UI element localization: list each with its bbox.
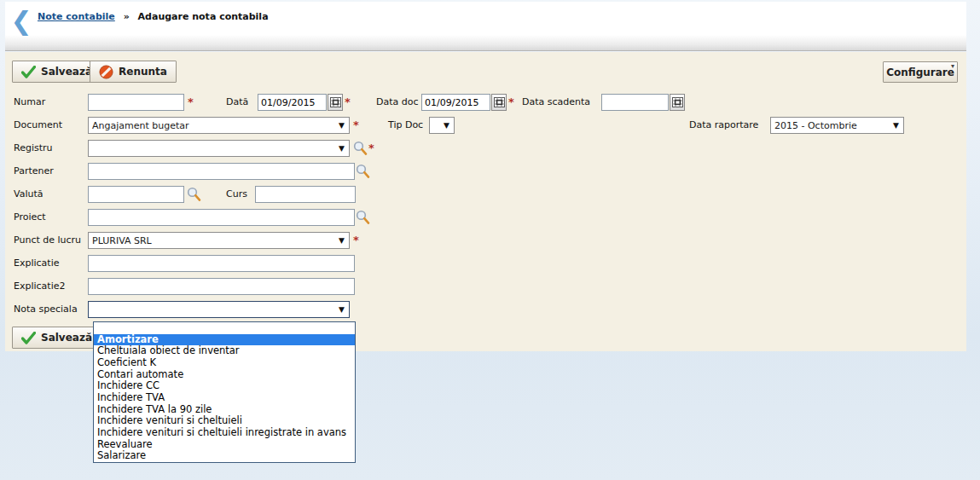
document-label: Document xyxy=(14,117,62,134)
page: ❮ Note contabile » Adaugare nota contabi… xyxy=(0,0,980,480)
page-title: Adaugare nota contabila xyxy=(138,11,269,22)
dropdown-option[interactable]: Inchidere venituri si cheltuieli inregis… xyxy=(94,427,355,439)
save-button-label: Salvează xyxy=(41,66,92,78)
explicatie-label: Explicatie xyxy=(14,255,59,272)
save-button[interactable]: Salvează xyxy=(12,61,101,83)
dropdown-option[interactable]: Salarizare xyxy=(94,450,355,462)
dropdown-option[interactable]: Cheltuiala obiect de inventar xyxy=(94,345,355,357)
chevron-down-icon: ▼ xyxy=(439,121,454,130)
nota-speciala-dropdown-list: AmortizareCheltuiala obiect de inventarC… xyxy=(93,321,356,463)
valuta-input[interactable] xyxy=(88,186,184,203)
cancel-button[interactable]: Renunta xyxy=(90,61,177,83)
document-select[interactable]: Angajament bugetar ▼ xyxy=(88,117,350,134)
save-button-bottom-label: Salvează xyxy=(41,332,92,344)
dropdown-option[interactable]: Contari automate xyxy=(94,369,355,381)
explicatie2-label: Explicatie2 xyxy=(14,278,65,295)
header: ❮ Note contabile » Adaugare nota contabi… xyxy=(5,2,966,51)
check-icon xyxy=(21,66,36,78)
partener-search-icon[interactable] xyxy=(356,164,370,179)
document-required: * xyxy=(353,118,359,133)
data-doc-calendar-button[interactable] xyxy=(491,94,507,111)
calendar-icon xyxy=(672,97,683,107)
data-raportare-label: Data raportare xyxy=(689,117,758,134)
dropdown-option[interactable]: Coeficient K xyxy=(94,357,355,369)
data-required: * xyxy=(345,95,351,110)
check-icon xyxy=(21,332,36,344)
valuta-search-icon[interactable] xyxy=(187,187,201,202)
configure-button-label: Configurare xyxy=(886,67,954,78)
chevron-down-icon: ▼ xyxy=(334,144,349,153)
curs-label: Curs xyxy=(226,186,247,203)
chevron-down-icon: ▼ xyxy=(334,305,349,314)
punct-de-lucru-select[interactable]: PLURIVA SRL ▼ xyxy=(88,232,350,249)
back-arrow-icon[interactable]: ❮ xyxy=(10,7,32,36)
calendar-icon xyxy=(330,97,341,107)
calendar-icon xyxy=(494,97,505,107)
data-label: Dată xyxy=(226,94,248,111)
data-input[interactable] xyxy=(258,94,327,111)
chevron-down-icon: ▼ xyxy=(334,121,349,130)
cancel-button-label: Renunta xyxy=(119,66,167,78)
breadcrumb-separator: » xyxy=(124,11,130,22)
data-calendar-button[interactable] xyxy=(328,94,343,111)
breadcrumb: Note contabile » Adaugare nota contabila xyxy=(38,11,269,22)
breadcrumb-link-note-contabile[interactable]: Note contabile xyxy=(38,11,115,22)
curs-input[interactable] xyxy=(255,186,356,203)
proiect-input[interactable] xyxy=(88,209,355,226)
data-scadenta-label: Data scadenta xyxy=(522,94,590,111)
data-doc-input[interactable] xyxy=(421,94,490,111)
document-select-value: Angajament bugetar xyxy=(89,120,334,131)
data-raportare-select-value: 2015 - Octombrie xyxy=(771,120,889,131)
dropdown-option[interactable]: Inchidere TVA xyxy=(94,392,355,404)
data-raportare-select[interactable]: 2015 - Octombrie ▼ xyxy=(770,117,904,134)
numar-required: * xyxy=(188,95,194,110)
registru-search-icon[interactable] xyxy=(353,141,368,156)
nota-speciala-select[interactable]: ▼ xyxy=(88,301,350,318)
chevron-down-icon: ▼ xyxy=(334,236,349,245)
data-scadenta-input[interactable] xyxy=(601,94,669,111)
dropdown-option[interactable]: Amortizare xyxy=(94,334,355,346)
chevron-down-icon: ▼ xyxy=(889,121,903,130)
nota-speciala-label: Nota speciala xyxy=(14,301,78,318)
partener-label: Partener xyxy=(14,163,54,180)
partener-input[interactable] xyxy=(88,163,355,180)
dropdown-option[interactable]: Reevaluare xyxy=(94,439,355,451)
punct-de-lucru-select-value: PLURIVA SRL xyxy=(89,235,334,246)
dropdown-option[interactable]: Inchidere TVA la 90 zile xyxy=(94,404,355,416)
punct-de-lucru-label: Punct de lucru xyxy=(14,232,81,249)
dropdown-option[interactable]: Inchidere venituri si cheltuieli xyxy=(94,415,355,427)
explicatie2-input[interactable] xyxy=(88,278,355,295)
cancel-icon xyxy=(99,65,113,79)
tip-doc-select[interactable]: ▼ xyxy=(429,117,455,134)
data-doc-required: * xyxy=(508,95,514,110)
data-scadenta-calendar-button[interactable] xyxy=(670,94,685,111)
data-doc-label: Data doc xyxy=(376,94,419,111)
registru-select[interactable]: ▼ xyxy=(88,140,350,157)
configure-button[interactable]: Configurare ▾ xyxy=(883,61,958,83)
tip-doc-label: Tip Doc xyxy=(388,117,423,134)
numar-label: Numar xyxy=(14,94,45,111)
dropdown-option[interactable]: Inchidere CC xyxy=(94,380,355,392)
proiect-label: Proiect xyxy=(14,209,46,226)
explicatie-input[interactable] xyxy=(88,255,355,272)
registru-required: * xyxy=(368,141,374,156)
dropdown-option[interactable] xyxy=(94,322,355,334)
form-panel: Salvează Renunta Configurare ▾ Numar * D… xyxy=(5,52,966,351)
proiect-search-icon[interactable] xyxy=(356,210,370,225)
chevron-down-icon: ▾ xyxy=(951,63,954,70)
numar-input[interactable] xyxy=(88,94,184,111)
registru-label: Registru xyxy=(14,140,53,157)
save-button-bottom[interactable]: Salvează xyxy=(12,327,101,349)
punct-de-lucru-required: * xyxy=(353,233,359,248)
valuta-label: Valută xyxy=(14,186,43,203)
